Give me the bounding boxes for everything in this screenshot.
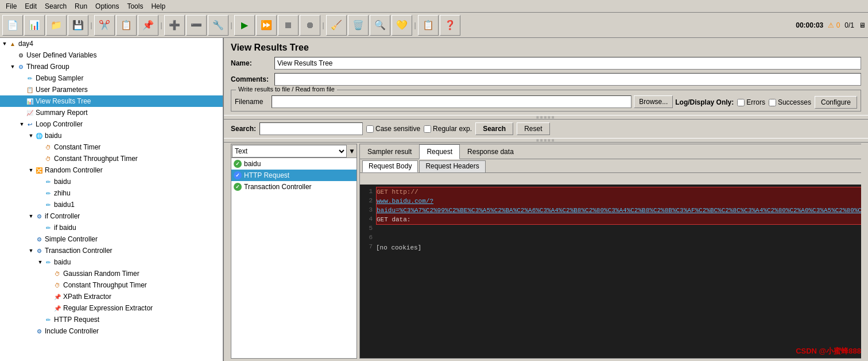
tree-item-constant-throughput[interactable]: ▶ ⏱ Constant Throughput Timer (0, 153, 223, 164)
menu-tools[interactable]: Tools (123, 1, 146, 11)
log-viewer-btn[interactable]: 📋 (418, 15, 439, 36)
tree-item-loop-controller[interactable]: ▼ ↩ Loop Controller (0, 118, 223, 130)
tree-item-gaussian[interactable]: ▶ ⏱ Gaussian Random Timer (0, 268, 223, 279)
tree-item-random-controller[interactable]: ▼ 🔀 Random Controller (0, 164, 223, 176)
open-btn[interactable]: 📁 (46, 15, 67, 36)
tree-item-transaction-controller[interactable]: ▼ ⚙ Transaction Controller (0, 245, 223, 256)
tree-item-zhihu[interactable]: ▶ ✏ zhihu (0, 187, 223, 199)
filename-input[interactable] (272, 95, 631, 108)
tree-label-transaction-controller: Transaction Controller (45, 247, 113, 255)
menu-search[interactable]: Search (41, 1, 70, 11)
shutdown-btn[interactable]: ⏺ (300, 15, 320, 36)
tree-item-if-baidu[interactable]: ▶ ✏ if baidu (0, 222, 223, 233)
menu-edit[interactable]: Edit (21, 1, 40, 11)
tree-label-constant-timer: Constant Timer (54, 143, 100, 151)
tree-item-constant-timer[interactable]: ▶ ⏱ Constant Timer (0, 141, 223, 153)
case-sensitive-checkbox[interactable] (366, 125, 374, 133)
zhihu-icon: ✏ (44, 189, 53, 198)
tree-item-regex[interactable]: ▶ 📌 Regular Expression Extractor (0, 302, 223, 314)
tree-label-user-params: User Parameters (36, 86, 88, 94)
templates-btn[interactable]: 📊 (24, 15, 45, 36)
sub-tab-request-body[interactable]: Request Body (362, 160, 418, 172)
tree-item-thread-group[interactable]: ▼ ⚙ Thread Group (0, 61, 223, 72)
toolbar: 📄 📊 📁 💾 | ✂️ 📋 📌 | ➕ ➖ 🔧 | ▶ ⏩ ⏹ ⏺ | 🧹 🗑… (0, 13, 868, 38)
tree-item-baidu-loop[interactable]: ▼ 🌐 baidu (0, 130, 223, 141)
save-btn[interactable]: 💾 (68, 15, 88, 36)
menu-help[interactable]: Help (148, 1, 169, 11)
browse-button[interactable]: Browse... (634, 95, 673, 108)
comments-input[interactable] (274, 73, 861, 86)
find-row: Find Case sensitive Regular exp. (360, 173, 861, 185)
clear-all-btn[interactable]: 🗑️ (348, 15, 369, 36)
stop-btn[interactable]: ⏹ (278, 15, 299, 36)
help-btn[interactable]: ❓ (440, 15, 460, 36)
list-item-baidu[interactable]: ✓ baidu (231, 158, 356, 170)
expand-baidu[interactable]: ▼ (28, 132, 34, 139)
tree-item-baidu-random[interactable]: ▶ ✏ baidu (0, 176, 223, 187)
tree-item-debug-sampler[interactable]: ▶ ✏ Debug Sampler (0, 72, 223, 84)
search-input[interactable] (259, 122, 363, 135)
expand-thread-group[interactable]: ▼ (9, 63, 16, 70)
run-btn[interactable]: ▶ (234, 15, 255, 36)
function-helper-btn[interactable]: 💛 (392, 15, 412, 36)
tree-item-baidu-trans[interactable]: ▼ ✏ baidu (0, 256, 223, 268)
successes-checkbox-group: Successes (769, 98, 811, 106)
drag-handle-bottom[interactable]: ≡≡≡≡≡ (224, 138, 868, 143)
tree-item-ct2[interactable]: ▶ ⏱ Constant Throughput Timer (0, 279, 223, 291)
reset-button[interactable]: Reset (517, 122, 549, 135)
random-controller-icon: 🔀 (34, 166, 44, 175)
tree-item-baidu1[interactable]: ▶ ✏ baidu1 (0, 199, 223, 210)
name-input[interactable] (274, 57, 861, 70)
menu-options[interactable]: Options (92, 1, 122, 11)
menu-file[interactable]: File (2, 1, 20, 11)
paste-btn[interactable]: 📌 (138, 15, 158, 36)
regular-exp-checkbox[interactable] (424, 125, 431, 133)
tree-item-user-params[interactable]: ▶ 📋 User Parameters (0, 84, 223, 95)
request-body-content[interactable]: 1 2 3 4 5 6 7 (360, 185, 861, 358)
run-no-pause-btn[interactable]: ⏩ (256, 15, 277, 36)
name-label: Name: (231, 59, 271, 67)
tree-item-http-request[interactable]: ▶ ✏ HTTP Request (0, 314, 223, 325)
tree-label-simple-controller: Simple Controller (45, 235, 98, 243)
tab-response-data[interactable]: Response data (460, 144, 521, 159)
text-select[interactable]: Text (232, 145, 347, 158)
list-label-transaction: Transaction Controller (244, 183, 312, 191)
copy-btn[interactable]: 📋 (116, 15, 137, 36)
tree-item-xpath[interactable]: ▶ 📌 XPath Extractor (0, 291, 223, 302)
status-ok-http: ✓ (234, 171, 242, 179)
sub-tab-request-headers[interactable]: Request Headers (419, 160, 485, 172)
search-btn-toolbar[interactable]: 🔍 (370, 15, 390, 36)
tree-item-day4[interactable]: ▼ ▲ day4 (0, 38, 223, 49)
expand-day4[interactable]: ▼ (1, 40, 8, 47)
tree-item-view-results-tree[interactable]: ▶ 📊 View Results Tree (0, 95, 223, 107)
tree-item-include-controller[interactable]: ▶ ⚙ Include Controller (0, 325, 223, 337)
collapse-btn[interactable]: ➖ (186, 15, 207, 36)
expand-transaction[interactable]: ▼ (28, 247, 34, 254)
menu-run[interactable]: Run (71, 1, 91, 11)
expand-loop-controller[interactable]: ▼ (18, 121, 25, 128)
tree-item-simple-controller[interactable]: ▶ ⚙ Simple Controller (0, 233, 223, 245)
clear-btn[interactable]: 🧹 (326, 15, 347, 36)
tab-sampler-result[interactable]: Sampler result (360, 144, 419, 159)
tree-item-if-controller[interactable]: ▼ ⚙ if Controller (0, 210, 223, 222)
cut-btn[interactable]: ✂️ (94, 15, 115, 36)
successes-checkbox[interactable] (769, 99, 776, 106)
search-button[interactable]: Search (475, 122, 513, 135)
tree-label-regex: Regular Expression Extractor (63, 304, 153, 312)
expand-random[interactable]: ▼ (28, 167, 34, 174)
drag-handle-top[interactable]: ≡≡≡≡≡ (224, 115, 868, 120)
configure-button[interactable]: Configure (815, 96, 857, 109)
tree-item-user-vars[interactable]: ▶ ⚙ User Defined Variables (0, 49, 223, 61)
list-item-transaction-ctrl[interactable]: ✓ Transaction Controller (231, 181, 356, 193)
expand-baidu-trans[interactable]: ▼ (37, 259, 44, 266)
expand-if[interactable]: ▼ (28, 213, 34, 220)
tree-item-summary-report[interactable]: ▶ 📈 Summary Report (0, 107, 223, 118)
list-item-http-request[interactable]: ✓ HTTP Request (231, 170, 356, 181)
main-tabs-row: Sampler result Request Response data (360, 144, 861, 159)
tab-request[interactable]: Request (419, 144, 460, 159)
toggle-btn[interactable]: 🔧 (208, 15, 228, 36)
expand-btn[interactable]: ➕ (164, 15, 185, 36)
errors-checkbox[interactable] (737, 99, 745, 106)
comments-row: Comments: (224, 71, 868, 87)
new-btn[interactable]: 📄 (2, 15, 23, 36)
